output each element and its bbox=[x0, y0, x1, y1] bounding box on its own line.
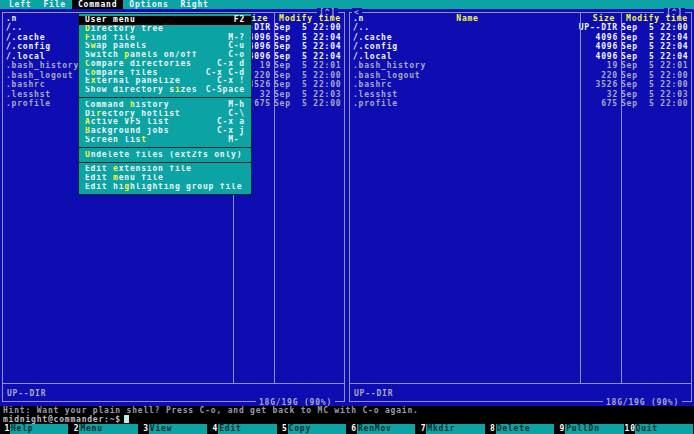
column-header-name[interactable]: Name bbox=[351, 14, 584, 23]
file-size: 19 bbox=[578, 61, 621, 70]
fkey-label: Edit bbox=[218, 424, 276, 434]
fkey-menu[interactable]: 2Menu bbox=[69, 424, 138, 434]
menu-item-show-directory-sizes[interactable]: Show directory sizesC-Space bbox=[79, 86, 251, 95]
file-size: 4096 bbox=[578, 33, 621, 42]
fkey-number: 7 bbox=[416, 424, 426, 434]
menu-item-shortcut: M-` bbox=[228, 136, 245, 145]
file-mtime: Sep 5 22:04 bbox=[621, 52, 690, 61]
file-row[interactable]: /..UP--DIRSep 5 22:00 bbox=[351, 23, 690, 32]
fkey-number: 9 bbox=[555, 424, 565, 434]
fkey-edit[interactable]: 4Edit bbox=[208, 424, 277, 434]
file-row[interactable]: .bashrc3526Sep 5 22:00 bbox=[351, 80, 690, 89]
menu-item-label: Compare directories bbox=[85, 60, 217, 69]
file-mtime: Sep 5 22:03 bbox=[274, 90, 343, 99]
menu-item-label: External panelize bbox=[85, 77, 217, 86]
file-mtime: Sep 5 22:04 bbox=[621, 33, 690, 42]
hotkey-letter: D bbox=[85, 25, 91, 33]
fkey-help[interactable]: 1Help bbox=[0, 424, 69, 434]
file-mtime: Sep 5 22:00 bbox=[621, 99, 690, 108]
menu-item-command-history[interactable]: Command historyM-h bbox=[79, 101, 251, 110]
file-row[interactable]: .profile675Sep 5 22:00 bbox=[351, 99, 690, 108]
file-size: 4096 bbox=[578, 52, 621, 61]
file-name: .lesshst bbox=[351, 90, 578, 99]
file-size: 220 bbox=[578, 71, 621, 80]
file-name: .bash_history bbox=[351, 61, 578, 70]
fkey-copy[interactable]: 5Copy bbox=[278, 424, 347, 434]
fkey-label: PullDn bbox=[565, 424, 623, 434]
fkey-bar: 1Help2Menu3View4Edit5Copy6RenMov7Mkdir8D… bbox=[0, 424, 694, 434]
menubar-item-right[interactable]: Right bbox=[175, 0, 215, 9]
menu-item-label: Swap panels bbox=[85, 42, 228, 51]
menu-item-find-file[interactable]: Find fileM-? bbox=[79, 34, 251, 43]
file-name: /.. bbox=[351, 23, 578, 32]
file-name: /.cache bbox=[351, 33, 578, 42]
terminal-cursor bbox=[124, 415, 129, 423]
file-name: /.config bbox=[351, 42, 578, 51]
file-mtime: Sep 5 22:00 bbox=[274, 71, 343, 80]
menu-item-label: Active VFS list bbox=[85, 118, 217, 127]
fkey-label: Help bbox=[10, 424, 68, 434]
column-header-mtime[interactable]: Modify time bbox=[624, 14, 690, 23]
menu-item-swap-panels[interactable]: Swap panelsC-u bbox=[79, 42, 251, 51]
hotkey-letter: C bbox=[85, 60, 91, 68]
menu-item-background-jobs[interactable]: Background jobsC-x j bbox=[79, 127, 251, 136]
fkey-mkdir[interactable]: 7Mkdir bbox=[416, 424, 485, 434]
file-name: /.local bbox=[351, 52, 578, 61]
menu-item-label: Switch panels on/off bbox=[85, 51, 228, 60]
sort-indicator: .n bbox=[353, 14, 364, 23]
menu-item-edit-menu-file[interactable]: Edit menu file bbox=[79, 174, 251, 183]
file-mtime: Sep 5 22:01 bbox=[621, 61, 690, 70]
fkey-renmov[interactable]: 6RenMov bbox=[347, 424, 416, 434]
file-row[interactable]: .lesshst32Sep 5 22:03 bbox=[351, 90, 690, 99]
file-size: 675 bbox=[578, 99, 621, 108]
file-size: 3526 bbox=[578, 80, 621, 89]
fkey-delete[interactable]: 8Delete bbox=[486, 424, 555, 434]
file-row[interactable]: .bash_history19Sep 5 22:01 bbox=[351, 61, 690, 70]
fkey-label: View bbox=[149, 424, 207, 434]
file-mtime: Sep 5 22:00 bbox=[274, 23, 343, 32]
menu-item-edit-highlighting-group-file[interactable]: Edit highlighting group file bbox=[79, 183, 251, 192]
mini-status-separator bbox=[350, 383, 691, 384]
shell-prompt-line[interactable]: midnight@commander:~$ bbox=[0, 415, 694, 424]
menubar-item-file[interactable]: File bbox=[37, 0, 71, 9]
fkey-pulldn[interactable]: 9PullDn bbox=[555, 424, 624, 434]
panel-column-headers: Name Size Modify time bbox=[351, 14, 690, 23]
column-header-size[interactable]: Size bbox=[584, 14, 624, 23]
file-size: 32 bbox=[578, 90, 621, 99]
menu-item-shortcut: C-Space bbox=[206, 86, 245, 95]
file-row[interactable]: /.local4096Sep 5 22:04 bbox=[351, 52, 690, 61]
menu-item-screen-list[interactable]: Screen listM-` bbox=[79, 136, 251, 145]
file-mtime: Sep 5 22:00 bbox=[621, 23, 690, 32]
menu-item-edit-extension-file[interactable]: Edit extension file bbox=[79, 165, 251, 174]
fkey-number: 4 bbox=[208, 424, 218, 434]
menu-separator bbox=[79, 95, 251, 101]
file-row[interactable]: /.cache4096Sep 5 22:04 bbox=[351, 33, 690, 42]
sort-indicator: .n bbox=[6, 14, 17, 23]
menubar-item-options[interactable]: Options bbox=[123, 0, 174, 9]
column-header-mtime[interactable]: Modify time bbox=[277, 14, 343, 23]
menu-item-label: Undelete files (ext2fs only) bbox=[85, 151, 245, 160]
command-menu-dropdown: User menuF2Directory treeFind fileM-?Swa… bbox=[78, 13, 252, 195]
file-row[interactable]: .bash_logout220Sep 5 22:00 bbox=[351, 71, 690, 80]
menu-item-label: Edit highlighting group file bbox=[85, 183, 245, 192]
fkey-view[interactable]: 3View bbox=[139, 424, 208, 434]
menu-item-label: Compare files bbox=[85, 69, 206, 78]
shell-prompt: midnight@commander:~$ bbox=[3, 415, 121, 424]
menubar-item-left[interactable]: Left bbox=[3, 0, 37, 9]
menu-item-user-menu[interactable]: User menuF2 bbox=[79, 16, 251, 25]
menu-item-label: Edit menu file bbox=[85, 174, 245, 183]
hotkey-letter: t bbox=[141, 136, 147, 144]
menu-separator bbox=[79, 145, 251, 151]
fkey-number: 5 bbox=[278, 424, 288, 434]
menu-separator bbox=[79, 159, 251, 165]
menubar: LeftFileCommandOptionsRight bbox=[0, 0, 694, 9]
column-separator bbox=[621, 13, 622, 383]
mini-status-separator bbox=[3, 383, 344, 384]
menubar-item-command[interactable]: Command bbox=[72, 0, 123, 9]
file-row[interactable]: /.config4096Sep 5 22:04 bbox=[351, 42, 690, 51]
menu-item-undelete-files-ext2fs-only[interactable]: Undelete files (ext2fs only) bbox=[79, 151, 251, 160]
file-mtime: Sep 5 22:00 bbox=[274, 80, 343, 89]
menu-item-directory-tree[interactable]: Directory tree bbox=[79, 25, 251, 34]
fkey-quit[interactable]: 10Quit bbox=[625, 424, 694, 434]
fkey-number: 6 bbox=[347, 424, 357, 434]
